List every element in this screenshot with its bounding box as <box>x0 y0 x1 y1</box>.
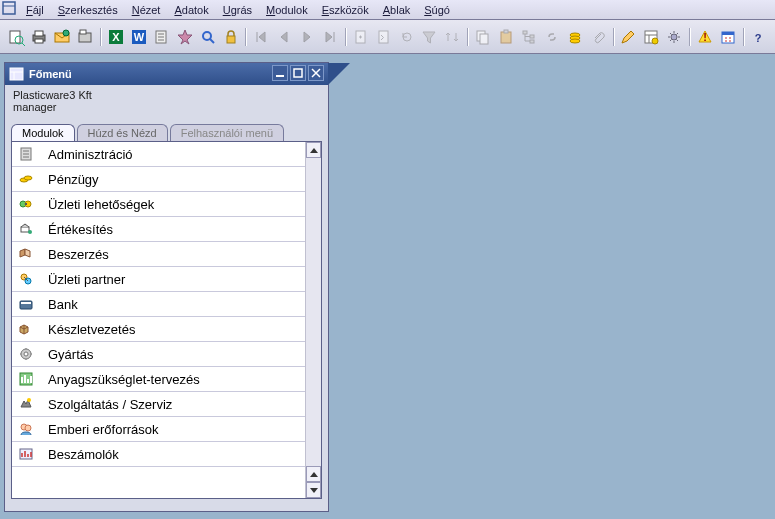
tb-launch-icon[interactable] <box>174 26 195 48</box>
tb-settings-icon[interactable] <box>664 26 685 48</box>
svg-point-49 <box>24 352 28 356</box>
module-label: Gyártás <box>48 347 94 362</box>
tb-copy-icon[interactable] <box>473 26 494 48</box>
tb-excel-icon[interactable]: X <box>105 26 126 48</box>
tb-open-icon[interactable] <box>373 26 394 48</box>
menu-data[interactable]: Adatok <box>168 3 214 17</box>
svg-rect-24 <box>530 35 534 38</box>
module-row[interactable]: Üzleti lehetőségek <box>12 192 305 217</box>
scrollbar[interactable] <box>305 142 321 498</box>
svg-point-30 <box>652 38 658 44</box>
svg-point-51 <box>27 398 31 402</box>
company-name: Plasticware3 Kft <box>13 89 320 101</box>
svg-rect-0 <box>3 2 15 14</box>
module-row[interactable]: Beszerzés <box>12 242 305 267</box>
module-row[interactable]: Adminisztráció <box>12 142 305 167</box>
module-icon <box>16 195 36 213</box>
menu-tools[interactable]: Eszközök <box>316 3 375 17</box>
module-icon <box>16 245 36 263</box>
module-label: Anyagszükséglet-tervezés <box>48 372 200 387</box>
tb-preview-icon[interactable] <box>6 26 27 48</box>
tb-lock-icon[interactable] <box>220 26 241 48</box>
tab-modules[interactable]: Modulok <box>11 124 75 141</box>
svg-rect-43 <box>21 227 29 232</box>
tb-find-icon[interactable] <box>197 26 218 48</box>
svg-point-7 <box>63 30 69 36</box>
module-row[interactable]: Beszámolók <box>12 442 305 467</box>
tb-sort-icon[interactable] <box>442 26 463 48</box>
tb-export-icon[interactable] <box>151 26 172 48</box>
tb-help-icon[interactable]: ? <box>748 26 769 48</box>
menu-window[interactable]: Ablak <box>377 3 417 17</box>
module-row[interactable]: Gyártás <box>12 342 305 367</box>
tb-fax-icon[interactable] <box>75 26 96 48</box>
panel-min-icon[interactable] <box>272 65 288 81</box>
module-icon <box>16 420 36 438</box>
panel-close-icon[interactable] <box>308 65 324 81</box>
menu-edit[interactable]: Szerkesztés <box>52 3 124 17</box>
tb-pencil-icon[interactable] <box>618 26 639 48</box>
tb-first-icon[interactable] <box>251 26 272 48</box>
tb-print-icon[interactable] <box>29 26 50 48</box>
svg-text:W: W <box>134 31 145 43</box>
module-label: Beszerzés <box>48 247 109 262</box>
menu-view[interactable]: Nézet <box>126 3 167 17</box>
svg-point-53 <box>25 425 31 431</box>
panel-titlebar[interactable]: Főmenü <box>5 63 328 85</box>
module-label: Bank <box>48 297 78 312</box>
module-label: Adminisztráció <box>48 147 133 162</box>
svg-rect-36 <box>10 68 23 80</box>
module-row[interactable]: Bank <box>12 292 305 317</box>
module-row[interactable]: Értékesítés <box>12 217 305 242</box>
module-row[interactable]: Szolgáltatás / Szerviz <box>12 392 305 417</box>
svg-rect-4 <box>35 31 43 36</box>
panel-max-icon[interactable] <box>290 65 306 81</box>
tb-calendar-icon[interactable] <box>717 26 738 48</box>
menu-goto[interactable]: Ugrás <box>217 3 258 17</box>
tb-paste-icon[interactable] <box>496 26 517 48</box>
tb-filter-icon[interactable] <box>419 26 440 48</box>
module-icon <box>16 395 36 413</box>
tab-dragndrop[interactable]: Húzd és Nézd <box>77 124 168 141</box>
svg-rect-20 <box>480 34 488 44</box>
svg-point-44 <box>28 230 32 234</box>
module-row[interactable]: Üzleti partner <box>12 267 305 292</box>
svg-text:X: X <box>112 31 120 43</box>
scroll-down-icon[interactable] <box>306 482 321 498</box>
module-row[interactable]: Anyagszükséglet-tervezés <box>12 367 305 392</box>
module-row[interactable]: Emberi erőforrások <box>12 417 305 442</box>
tb-new-icon[interactable] <box>350 26 371 48</box>
menu-file[interactable]: Fájl <box>20 3 50 17</box>
menu-help[interactable]: Súgó <box>418 3 456 17</box>
tb-cash-icon[interactable] <box>564 26 585 48</box>
company-block: Plasticware3 Kft manager <box>5 85 328 119</box>
module-label: Készletvezetés <box>48 322 135 337</box>
module-row[interactable]: Készletvezetés <box>12 317 305 342</box>
tb-mail-icon[interactable] <box>52 26 73 48</box>
tb-last-icon[interactable] <box>320 26 341 48</box>
menu-modules[interactable]: Modulok <box>260 3 314 17</box>
tb-word-icon[interactable]: W <box>128 26 149 48</box>
module-label: Emberi erőforrások <box>48 422 159 437</box>
svg-text:!: ! <box>703 31 707 43</box>
tb-tree-icon[interactable] <box>518 26 539 48</box>
module-icon <box>16 220 36 238</box>
tb-alert-icon[interactable]: ! <box>694 26 715 48</box>
module-row[interactable]: Pénzügy <box>12 167 305 192</box>
scroll-up2-icon[interactable] <box>306 466 321 482</box>
tb-link-icon[interactable] <box>541 26 562 48</box>
svg-rect-9 <box>80 30 86 34</box>
user-name: manager <box>13 101 320 113</box>
scroll-up-icon[interactable] <box>306 142 321 158</box>
tab-usermenu[interactable]: Felhasználói menü <box>170 124 284 141</box>
module-icon <box>16 370 36 388</box>
tb-prev-icon[interactable] <box>274 26 295 48</box>
tb-attach-icon[interactable] <box>587 26 608 48</box>
tb-refresh-icon[interactable] <box>396 26 417 48</box>
tb-next-icon[interactable] <box>297 26 318 48</box>
tabs: Modulok Húzd és Nézd Felhasználói menü <box>5 119 328 141</box>
tb-layout-icon[interactable] <box>641 26 662 48</box>
menubar: Fájl Szerkesztés Nézet Adatok Ugrás Modu… <box>0 0 775 20</box>
svg-point-15 <box>203 32 211 40</box>
svg-point-28 <box>570 39 580 43</box>
